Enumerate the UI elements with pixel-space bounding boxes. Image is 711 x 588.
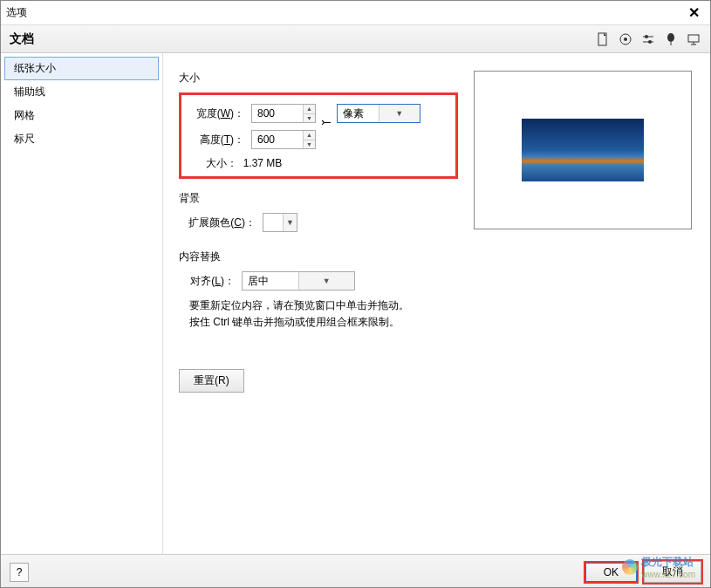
- align-dropdown[interactable]: 居中 ▼: [242, 271, 355, 291]
- chevron-down-icon: ▼: [298, 272, 355, 290]
- align-label: 对齐(L)：: [184, 274, 242, 289]
- width-label: 宽度(W)：: [190, 106, 251, 121]
- sidebar-item-ruler[interactable]: 标尺: [4, 127, 159, 151]
- extend-color-picker[interactable]: ▼: [263, 213, 297, 232]
- sidebar-item-guides[interactable]: 辅助线: [4, 80, 159, 104]
- reposition-hint: 要重新定位内容，请在预览窗口中单击并拖动。 按住 Ctrl 键单击并拖动或使用组…: [189, 297, 458, 331]
- balloon-icon[interactable]: [663, 31, 679, 47]
- window-title: 选项: [6, 5, 683, 20]
- titlebar: 选项 ✕: [1, 1, 710, 25]
- extend-color-label: 扩展颜色(C)：: [184, 215, 263, 230]
- svg-point-2: [624, 38, 627, 41]
- preview-thumbnail: [522, 119, 644, 181]
- toolbar-section-title: 文档: [10, 31, 595, 47]
- help-button[interactable]: ?: [10, 563, 29, 582]
- lock-icon[interactable]: ⤚: [321, 115, 332, 129]
- height-label: 高度(T)：: [190, 133, 251, 147]
- background-group-title: 背景: [179, 191, 458, 206]
- unit-value: 像素: [338, 106, 379, 121]
- height-up-icon[interactable]: ▲: [304, 131, 315, 140]
- chevron-down-icon: ▼: [379, 105, 420, 122]
- toolbar: 文档: [1, 25, 710, 53]
- target-icon[interactable]: [618, 31, 633, 47]
- sidebar-item-grid[interactable]: 网格: [4, 104, 159, 127]
- footer: ? OK 取消: [1, 554, 710, 588]
- document-icon[interactable]: [595, 31, 611, 47]
- height-spinner[interactable]: ▲▼: [251, 130, 316, 149]
- content-group-title: 内容替换: [179, 250, 458, 264]
- svg-point-6: [648, 40, 652, 44]
- sidebar: 纸张大小 辅助线 网格 标尺: [1, 53, 163, 554]
- svg-rect-9: [688, 35, 699, 42]
- sliders-icon[interactable]: [640, 31, 656, 47]
- width-input[interactable]: [252, 105, 303, 122]
- align-value: 居中: [243, 274, 298, 289]
- color-swatch-preview: [263, 214, 283, 231]
- cancel-button[interactable]: 取消: [644, 561, 701, 583]
- close-icon[interactable]: ✕: [683, 4, 705, 21]
- height-input[interactable]: [252, 131, 303, 148]
- size-group-title: 大小: [179, 71, 458, 85]
- size-highlight-box: 宽度(W)： ▲▼ ⤚ 像素 ▼ 高度(T)： ▲▼: [179, 92, 458, 179]
- sidebar-item-paper-size[interactable]: 纸张大小: [4, 57, 159, 80]
- svg-point-7: [667, 33, 674, 42]
- ok-button[interactable]: OK: [585, 563, 637, 582]
- width-down-icon[interactable]: ▼: [304, 114, 315, 123]
- file-size-label: 大小： 1.37 MB: [206, 156, 282, 171]
- width-up-icon[interactable]: ▲: [304, 105, 315, 114]
- width-spinner[interactable]: ▲▼: [251, 104, 316, 123]
- reset-button[interactable]: 重置(R): [179, 369, 244, 393]
- preview-panel[interactable]: [474, 71, 692, 229]
- unit-dropdown[interactable]: 像素 ▼: [337, 104, 420, 123]
- chevron-down-icon: ▼: [283, 214, 297, 231]
- svg-point-5: [645, 35, 648, 38]
- height-down-icon[interactable]: ▼: [304, 140, 315, 149]
- toolbar-icons: [595, 31, 701, 47]
- monitor-icon[interactable]: [686, 31, 701, 47]
